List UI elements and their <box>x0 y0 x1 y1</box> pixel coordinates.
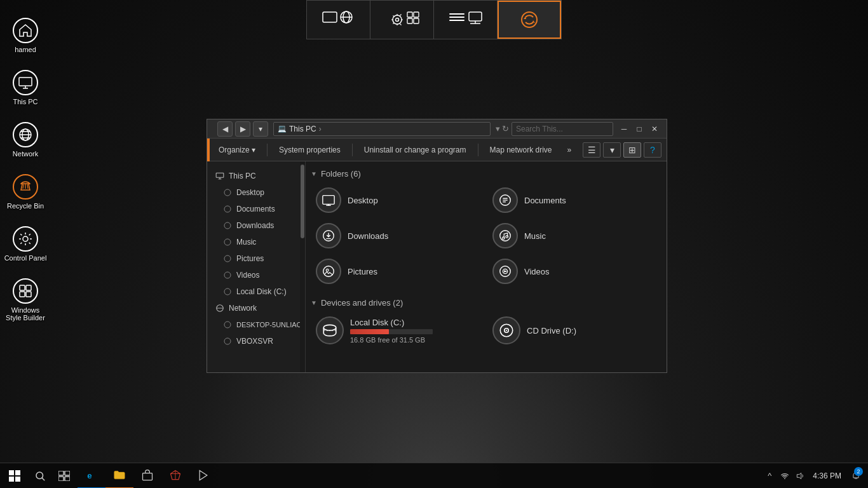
maximize-button[interactable]: □ <box>632 122 646 136</box>
back-button[interactable]: ◀ <box>217 121 233 137</box>
nav-item-localdisk[interactable]: Local Disk (C:) <box>207 283 305 300</box>
view-details-button[interactable]: ☰ <box>583 142 600 158</box>
view-tiles-button[interactable]: ⊞ <box>623 142 641 158</box>
start-button[interactable] <box>0 463 29 489</box>
drive-c[interactable]: Local Disk (C:) 16.8 GB free of 31.5 GB <box>311 313 485 348</box>
search-button[interactable] <box>29 463 51 489</box>
toolbar-btn-4[interactable] <box>498 1 561 39</box>
svg-point-31 <box>224 255 231 262</box>
folder-videos[interactable]: Videos <box>487 255 661 288</box>
svg-rect-8 <box>26 285 31 290</box>
taskbar-file-explorer[interactable] <box>105 463 133 489</box>
tray-volume-icon[interactable] <box>792 463 808 489</box>
svg-point-29 <box>224 222 231 229</box>
desktop5unl-nav-label: DESKTOP-5UNLIAC <box>236 321 302 329</box>
search-dropdown[interactable]: ▾ <box>496 124 500 133</box>
nav-item-network[interactable]: Network <box>207 300 305 316</box>
toolbar-btn-1[interactable] <box>307 1 370 39</box>
folder-downloads[interactable]: Downloads <box>311 219 485 252</box>
desktop-icon-thispc[interactable]: This PC <box>0 65 51 111</box>
svg-point-33 <box>224 288 231 295</box>
nav-item-videos[interactable]: Videos <box>207 267 305 283</box>
videos-folder-label: Videos <box>524 267 550 276</box>
desktop-icon-hamed[interactable]: hamed <box>0 13 51 58</box>
svg-rect-19 <box>407 18 412 24</box>
folder-desktop[interactable]: Desktop <box>311 184 485 217</box>
nav-item-desktop5unl[interactable]: DESKTOP-5UNLIAC <box>207 316 305 333</box>
nav-item-vboxsvr[interactable]: VBOXSVR <box>207 333 305 349</box>
svg-rect-7 <box>20 285 25 290</box>
drive-c-size: 16.8 GB free of 31.5 GB <box>350 336 433 344</box>
folders-section-header[interactable]: ▼ Folders (6) <box>311 166 661 184</box>
minimize-button[interactable]: ─ <box>617 122 631 136</box>
nav-item-pictures[interactable]: Pictures <box>207 250 305 267</box>
close-button[interactable]: ✕ <box>648 122 661 136</box>
drive-d[interactable]: CD Drive (D:) <box>487 313 661 348</box>
dropdown-button[interactable]: ▾ <box>253 121 268 137</box>
toolbar-btn-2[interactable] <box>370 1 434 39</box>
toolbar-btn-3[interactable] <box>434 1 498 39</box>
drive-c-info: Local Disk (C:) 16.8 GB free of 31.5 GB <box>350 318 433 344</box>
nav-item-documents[interactable]: Documents <box>207 201 305 217</box>
task-view-button[interactable] <box>51 463 78 489</box>
videos-nav-icon <box>222 270 233 280</box>
nav-item-thispc[interactable]: This PC <box>207 168 305 184</box>
folder-music[interactable]: Music <box>487 219 661 252</box>
drives-arrow: ▼ <box>311 299 317 306</box>
desktop-nav-icon <box>222 187 233 198</box>
top-toolbar <box>306 0 562 39</box>
taskbar-jewel[interactable] <box>161 463 189 489</box>
window-controls: ─ □ ✕ <box>617 122 661 136</box>
organize-button[interactable]: Organize ▾ <box>212 143 262 157</box>
tray-network-icon[interactable] <box>777 463 792 489</box>
svg-rect-10 <box>26 292 31 297</box>
nav-scrollbar-thumb[interactable] <box>301 165 304 238</box>
desktop-icon-stylebuilder[interactable]: Windows Style Builder <box>0 273 51 327</box>
address-bar[interactable]: 💻 This PC › <box>273 122 491 136</box>
desktop-icon-recyclebin[interactable]: Recycle Bin <box>0 169 51 215</box>
more-button[interactable]: » <box>561 143 578 157</box>
taskbar-store[interactable] <box>133 463 161 489</box>
drive-d-name: CD Drive (D:) <box>527 326 576 336</box>
notification-button[interactable]: 2 <box>846 463 865 489</box>
svg-point-46 <box>502 237 505 240</box>
system-props-button[interactable]: System properties <box>273 143 347 157</box>
desktop-icon-controlpanel[interactable]: Control Panel <box>0 221 51 267</box>
drives-section-header[interactable]: ▼ Devices and drives (2) <box>311 295 661 313</box>
svg-point-45 <box>500 231 511 241</box>
view-dropdown-button[interactable]: ▾ <box>603 142 621 158</box>
controlpanel-label: Control Panel <box>4 254 47 262</box>
taskbar-edge[interactable]: e <box>78 463 105 489</box>
svg-rect-38 <box>323 196 334 205</box>
forward-button[interactable]: ▶ <box>235 121 250 137</box>
desktop-icon-network[interactable]: Network <box>0 117 51 163</box>
drive-c-name: Local Disk (C:) <box>350 318 433 327</box>
help-button[interactable]: ? <box>644 142 661 158</box>
svg-rect-17 <box>407 12 412 17</box>
drives-grid: Local Disk (C:) 16.8 GB free of 31.5 GB <box>311 313 661 348</box>
tray-chevron[interactable]: ^ <box>762 463 777 489</box>
svg-rect-24 <box>469 12 482 21</box>
svg-point-28 <box>224 206 231 212</box>
system-clock[interactable]: 4:36 PM <box>808 463 846 489</box>
drive-c-bar <box>350 329 433 334</box>
svg-point-47 <box>506 236 508 238</box>
map-drive-button[interactable]: Map network drive <box>484 143 559 157</box>
taskbar-app7[interactable] <box>189 463 217 489</box>
svg-point-57 <box>506 330 507 331</box>
nav-item-desktop[interactable]: Desktop <box>207 184 305 201</box>
videos-nav-label: Videos <box>236 271 259 280</box>
folder-documents[interactable]: Documents <box>487 184 661 217</box>
uninstall-button[interactable]: Uninstall or change a program <box>358 143 473 157</box>
svg-text:e: e <box>87 471 92 480</box>
nav-item-downloads[interactable]: Downloads <box>207 217 305 234</box>
ribbon: Organize ▾ System properties Uninstall o… <box>207 139 667 161</box>
search-bar[interactable]: Search This... <box>512 122 613 136</box>
folder-pictures[interactable]: Pictures <box>311 255 485 288</box>
recyclebin-icon <box>13 174 38 200</box>
ribbon-sep-3 <box>478 144 478 156</box>
nav-scrollbar[interactable] <box>300 161 305 372</box>
refresh-button[interactable]: ↻ <box>502 124 509 133</box>
nav-item-music[interactable]: Music <box>207 234 305 250</box>
svg-rect-22 <box>449 17 465 18</box>
